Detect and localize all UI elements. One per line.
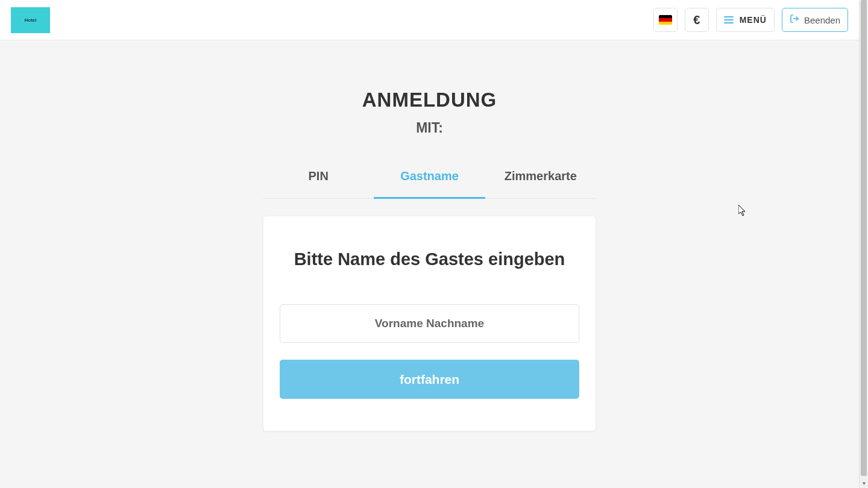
header-bar: Hotel € MENÜ xyxy=(0,0,859,40)
card-title: Bitte Name des Gastes eingeben xyxy=(280,249,579,269)
continue-button[interactable]: fortfahren xyxy=(280,360,579,399)
scrollbar[interactable]: ▲ ▼ xyxy=(859,0,868,488)
menu-button[interactable]: MENÜ xyxy=(716,8,775,32)
euro-icon: € xyxy=(693,13,700,27)
scrollbar-thumb[interactable] xyxy=(861,0,867,476)
flag-de-icon xyxy=(659,15,672,25)
login-tabs: PIN Gastname Zimmerkarte xyxy=(263,169,596,199)
sign-out-icon xyxy=(790,14,799,26)
tab-pin[interactable]: PIN xyxy=(263,169,374,198)
page-title: ANMELDUNG xyxy=(362,89,497,111)
tab-gastname[interactable]: Gastname xyxy=(374,169,485,198)
header-controls: € MENÜ Beenden xyxy=(653,8,848,32)
hotel-logo[interactable]: Hotel xyxy=(11,7,50,33)
logo-text: Hotel xyxy=(25,17,37,23)
page-subtitle: MIT: xyxy=(416,120,443,136)
scroll-down-icon[interactable]: ▼ xyxy=(860,479,868,488)
main-content: ANMELDUNG MIT: PIN Gastname Zimmerkarte … xyxy=(0,40,859,431)
exit-label: Beenden xyxy=(804,15,840,25)
language-button[interactable] xyxy=(653,8,678,32)
hamburger-icon xyxy=(724,16,734,23)
login-card: Bitte Name des Gastes eingeben fortfahre… xyxy=(263,216,596,431)
currency-button[interactable]: € xyxy=(685,8,709,32)
tab-zimmerkarte[interactable]: Zimmerkarte xyxy=(485,169,596,198)
guest-name-input[interactable] xyxy=(280,304,579,343)
exit-button[interactable]: Beenden xyxy=(782,8,848,32)
menu-label: MENÜ xyxy=(740,15,767,25)
